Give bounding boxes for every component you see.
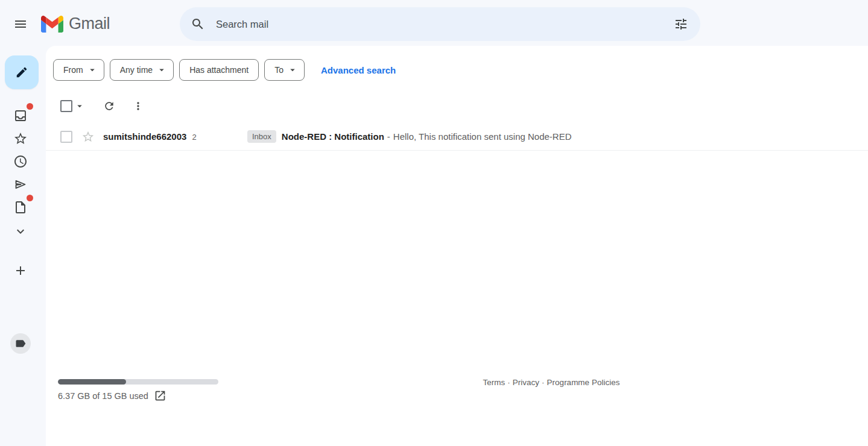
search-button[interactable]	[183, 10, 212, 39]
chip-label: Any time	[120, 65, 153, 75]
footer-separator: ·	[542, 378, 545, 387]
draft-icon	[13, 200, 28, 215]
drafts-unread-dot	[27, 195, 33, 201]
send-icon	[13, 177, 28, 192]
chip-label: From	[63, 65, 83, 75]
programme-policies-link[interactable]: Programme Policies	[547, 378, 620, 387]
compose-button[interactable]	[5, 55, 39, 89]
manage-storage-link[interactable]	[154, 389, 166, 402]
search-options-button[interactable]	[667, 10, 695, 39]
footer-separator: ·	[507, 378, 510, 387]
labels-button[interactable]	[10, 333, 31, 354]
gmail-m-icon	[41, 16, 63, 33]
email-snippet: Hello, This notification sent using Node…	[393, 131, 572, 142]
privacy-link[interactable]: Privacy	[513, 378, 539, 387]
star-toggle-icon[interactable]	[81, 130, 95, 143]
select-dropdown-arrow-icon[interactable]	[74, 101, 85, 111]
create-label-button[interactable]	[6, 256, 35, 285]
plus-icon	[13, 263, 28, 278]
chip-label: To	[274, 65, 284, 75]
chevron-down-icon	[13, 224, 28, 239]
email-sender: sumitshinde662003	[103, 131, 186, 142]
gmail-wordmark: Gmail	[69, 14, 110, 33]
mail-list-panel: From Any time Has attachment To Advanced…	[46, 46, 868, 446]
search-input[interactable]	[212, 19, 667, 30]
inbox-unread-dot	[27, 103, 33, 110]
storage-usage: 6.37 GB of 15 GB used	[58, 389, 166, 402]
storage-bar-fill	[58, 379, 126, 385]
arrow-drop-down-icon	[287, 64, 298, 75]
select-all-checkbox[interactable]	[60, 100, 72, 112]
hamburger-icon	[13, 17, 28, 31]
more-vert-icon	[132, 100, 144, 112]
email-checkbox[interactable]	[60, 131, 72, 143]
left-navigation-rail	[0, 46, 46, 446]
email-separator: -	[387, 131, 390, 142]
refresh-icon	[103, 100, 115, 112]
main-menu-button[interactable]	[6, 10, 35, 39]
email-row[interactable]: sumitshinde662003 2 Inbox Node-RED : Not…	[46, 123, 868, 151]
topbar: Gmail	[0, 0, 868, 46]
filter-chip-any-time[interactable]: Any time	[110, 59, 174, 81]
star-icon	[13, 131, 28, 146]
terms-link[interactable]: Terms	[483, 378, 505, 387]
email-sender-wrap: sumitshinde662003 2	[103, 131, 239, 142]
gmail-logo[interactable]: Gmail	[41, 14, 110, 33]
footer-links: Terms·Privacy·Programme Policies	[461, 378, 642, 387]
filter-chip-to[interactable]: To	[264, 59, 305, 81]
search-bar	[180, 7, 700, 41]
refresh-button[interactable]	[100, 96, 119, 116]
advanced-search-link[interactable]: Advanced search	[321, 65, 396, 75]
clock-icon	[13, 154, 28, 169]
email-subject: Node-RED : Notification	[282, 131, 384, 142]
open-in-new-icon	[154, 389, 166, 402]
list-toolbar	[60, 96, 148, 116]
more-options-button[interactable]	[128, 96, 148, 116]
pencil-icon	[15, 66, 28, 79]
label-icon	[14, 338, 27, 350]
search-chips-row: From Any time Has attachment To Advanced…	[53, 59, 396, 81]
tune-icon	[674, 17, 688, 31]
inbox-label-badge: Inbox	[247, 130, 276, 143]
storage-usage-text: 6.37 GB of 15 GB used	[58, 391, 148, 401]
storage-progress-bar	[58, 379, 218, 385]
search-icon	[191, 17, 205, 31]
arrow-drop-down-icon	[87, 64, 98, 75]
sidebar-item-more[interactable]	[6, 217, 35, 246]
inbox-icon	[13, 108, 28, 123]
filter-chip-from[interactable]: From	[53, 59, 104, 81]
filter-chip-has-attachment[interactable]: Has attachment	[179, 59, 259, 81]
email-thread-count: 2	[192, 133, 197, 142]
arrow-drop-down-icon	[156, 64, 167, 75]
chip-label: Has attachment	[189, 65, 249, 75]
